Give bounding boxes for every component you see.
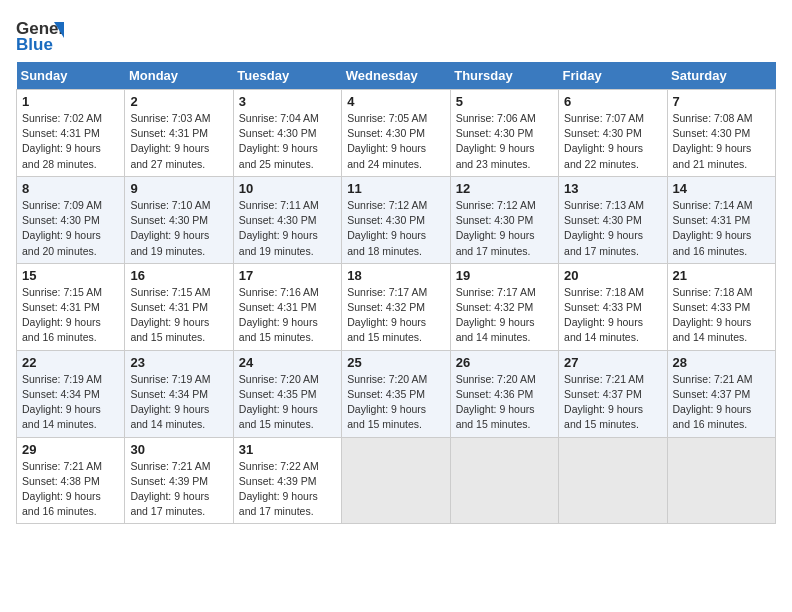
calendar-cell: 13Sunrise: 7:13 AMSunset: 4:30 PMDayligh… bbox=[559, 176, 667, 263]
calendar-cell: 12Sunrise: 7:12 AMSunset: 4:30 PMDayligh… bbox=[450, 176, 558, 263]
day-detail: Sunrise: 7:05 AMSunset: 4:30 PMDaylight:… bbox=[347, 111, 444, 172]
calendar-cell: 10Sunrise: 7:11 AMSunset: 4:30 PMDayligh… bbox=[233, 176, 341, 263]
calendar-cell: 25Sunrise: 7:20 AMSunset: 4:35 PMDayligh… bbox=[342, 350, 450, 437]
day-number: 19 bbox=[456, 268, 553, 283]
calendar-cell: 2Sunrise: 7:03 AMSunset: 4:31 PMDaylight… bbox=[125, 90, 233, 177]
calendar-cell: 9Sunrise: 7:10 AMSunset: 4:30 PMDaylight… bbox=[125, 176, 233, 263]
day-number: 23 bbox=[130, 355, 227, 370]
day-detail: Sunrise: 7:19 AMSunset: 4:34 PMDaylight:… bbox=[22, 372, 119, 433]
day-detail: Sunrise: 7:19 AMSunset: 4:34 PMDaylight:… bbox=[130, 372, 227, 433]
day-detail: Sunrise: 7:04 AMSunset: 4:30 PMDaylight:… bbox=[239, 111, 336, 172]
column-header-sunday: Sunday bbox=[17, 62, 125, 90]
calendar-cell: 8Sunrise: 7:09 AMSunset: 4:30 PMDaylight… bbox=[17, 176, 125, 263]
calendar-cell: 27Sunrise: 7:21 AMSunset: 4:37 PMDayligh… bbox=[559, 350, 667, 437]
calendar-cell: 16Sunrise: 7:15 AMSunset: 4:31 PMDayligh… bbox=[125, 263, 233, 350]
day-detail: Sunrise: 7:10 AMSunset: 4:30 PMDaylight:… bbox=[130, 198, 227, 259]
day-detail: Sunrise: 7:15 AMSunset: 4:31 PMDaylight:… bbox=[22, 285, 119, 346]
day-number: 17 bbox=[239, 268, 336, 283]
day-number: 30 bbox=[130, 442, 227, 457]
day-detail: Sunrise: 7:15 AMSunset: 4:31 PMDaylight:… bbox=[130, 285, 227, 346]
calendar-cell: 29Sunrise: 7:21 AMSunset: 4:38 PMDayligh… bbox=[17, 437, 125, 524]
calendar-cell: 15Sunrise: 7:15 AMSunset: 4:31 PMDayligh… bbox=[17, 263, 125, 350]
day-number: 6 bbox=[564, 94, 661, 109]
day-number: 14 bbox=[673, 181, 770, 196]
day-detail: Sunrise: 7:06 AMSunset: 4:30 PMDaylight:… bbox=[456, 111, 553, 172]
day-detail: Sunrise: 7:11 AMSunset: 4:30 PMDaylight:… bbox=[239, 198, 336, 259]
calendar-week-1: 1Sunrise: 7:02 AMSunset: 4:31 PMDaylight… bbox=[17, 90, 776, 177]
calendar-cell: 23Sunrise: 7:19 AMSunset: 4:34 PMDayligh… bbox=[125, 350, 233, 437]
day-detail: Sunrise: 7:13 AMSunset: 4:30 PMDaylight:… bbox=[564, 198, 661, 259]
day-number: 8 bbox=[22, 181, 119, 196]
day-number: 11 bbox=[347, 181, 444, 196]
day-detail: Sunrise: 7:17 AMSunset: 4:32 PMDaylight:… bbox=[347, 285, 444, 346]
calendar-cell: 14Sunrise: 7:14 AMSunset: 4:31 PMDayligh… bbox=[667, 176, 775, 263]
calendar-cell: 26Sunrise: 7:20 AMSunset: 4:36 PMDayligh… bbox=[450, 350, 558, 437]
calendar-week-5: 29Sunrise: 7:21 AMSunset: 4:38 PMDayligh… bbox=[17, 437, 776, 524]
calendar-cell: 21Sunrise: 7:18 AMSunset: 4:33 PMDayligh… bbox=[667, 263, 775, 350]
calendar-cell: 3Sunrise: 7:04 AMSunset: 4:30 PMDaylight… bbox=[233, 90, 341, 177]
day-number: 3 bbox=[239, 94, 336, 109]
day-number: 2 bbox=[130, 94, 227, 109]
calendar-week-4: 22Sunrise: 7:19 AMSunset: 4:34 PMDayligh… bbox=[17, 350, 776, 437]
day-detail: Sunrise: 7:18 AMSunset: 4:33 PMDaylight:… bbox=[564, 285, 661, 346]
day-detail: Sunrise: 7:21 AMSunset: 4:39 PMDaylight:… bbox=[130, 459, 227, 520]
day-number: 1 bbox=[22, 94, 119, 109]
day-detail: Sunrise: 7:12 AMSunset: 4:30 PMDaylight:… bbox=[347, 198, 444, 259]
column-header-thursday: Thursday bbox=[450, 62, 558, 90]
day-detail: Sunrise: 7:08 AMSunset: 4:30 PMDaylight:… bbox=[673, 111, 770, 172]
day-detail: Sunrise: 7:09 AMSunset: 4:30 PMDaylight:… bbox=[22, 198, 119, 259]
calendar-cell bbox=[450, 437, 558, 524]
svg-text:Blue: Blue bbox=[16, 35, 53, 54]
day-detail: Sunrise: 7:17 AMSunset: 4:32 PMDaylight:… bbox=[456, 285, 553, 346]
day-number: 31 bbox=[239, 442, 336, 457]
day-number: 24 bbox=[239, 355, 336, 370]
day-number: 10 bbox=[239, 181, 336, 196]
calendar-cell: 22Sunrise: 7:19 AMSunset: 4:34 PMDayligh… bbox=[17, 350, 125, 437]
logo-icon: General Blue bbox=[16, 16, 64, 54]
day-detail: Sunrise: 7:21 AMSunset: 4:37 PMDaylight:… bbox=[673, 372, 770, 433]
calendar-table: SundayMondayTuesdayWednesdayThursdayFrid… bbox=[16, 62, 776, 524]
day-number: 18 bbox=[347, 268, 444, 283]
calendar-header-row: SundayMondayTuesdayWednesdayThursdayFrid… bbox=[17, 62, 776, 90]
calendar-cell bbox=[342, 437, 450, 524]
day-number: 28 bbox=[673, 355, 770, 370]
day-number: 15 bbox=[22, 268, 119, 283]
column-header-monday: Monday bbox=[125, 62, 233, 90]
calendar-cell bbox=[667, 437, 775, 524]
calendar-cell: 4Sunrise: 7:05 AMSunset: 4:30 PMDaylight… bbox=[342, 90, 450, 177]
day-number: 7 bbox=[673, 94, 770, 109]
calendar-cell: 19Sunrise: 7:17 AMSunset: 4:32 PMDayligh… bbox=[450, 263, 558, 350]
column-header-wednesday: Wednesday bbox=[342, 62, 450, 90]
day-detail: Sunrise: 7:20 AMSunset: 4:35 PMDaylight:… bbox=[347, 372, 444, 433]
day-detail: Sunrise: 7:18 AMSunset: 4:33 PMDaylight:… bbox=[673, 285, 770, 346]
day-detail: Sunrise: 7:07 AMSunset: 4:30 PMDaylight:… bbox=[564, 111, 661, 172]
day-detail: Sunrise: 7:16 AMSunset: 4:31 PMDaylight:… bbox=[239, 285, 336, 346]
calendar-cell bbox=[559, 437, 667, 524]
column-header-tuesday: Tuesday bbox=[233, 62, 341, 90]
day-number: 13 bbox=[564, 181, 661, 196]
day-detail: Sunrise: 7:22 AMSunset: 4:39 PMDaylight:… bbox=[239, 459, 336, 520]
calendar-cell: 11Sunrise: 7:12 AMSunset: 4:30 PMDayligh… bbox=[342, 176, 450, 263]
calendar-cell: 20Sunrise: 7:18 AMSunset: 4:33 PMDayligh… bbox=[559, 263, 667, 350]
day-number: 20 bbox=[564, 268, 661, 283]
logo: General Blue bbox=[16, 16, 66, 54]
day-number: 16 bbox=[130, 268, 227, 283]
calendar-cell: 30Sunrise: 7:21 AMSunset: 4:39 PMDayligh… bbox=[125, 437, 233, 524]
calendar-cell: 5Sunrise: 7:06 AMSunset: 4:30 PMDaylight… bbox=[450, 90, 558, 177]
day-number: 5 bbox=[456, 94, 553, 109]
day-number: 4 bbox=[347, 94, 444, 109]
calendar-cell: 6Sunrise: 7:07 AMSunset: 4:30 PMDaylight… bbox=[559, 90, 667, 177]
day-number: 26 bbox=[456, 355, 553, 370]
day-number: 27 bbox=[564, 355, 661, 370]
day-number: 29 bbox=[22, 442, 119, 457]
day-number: 12 bbox=[456, 181, 553, 196]
calendar-cell: 28Sunrise: 7:21 AMSunset: 4:37 PMDayligh… bbox=[667, 350, 775, 437]
calendar-week-3: 15Sunrise: 7:15 AMSunset: 4:31 PMDayligh… bbox=[17, 263, 776, 350]
calendar-cell: 31Sunrise: 7:22 AMSunset: 4:39 PMDayligh… bbox=[233, 437, 341, 524]
day-number: 22 bbox=[22, 355, 119, 370]
calendar-cell: 17Sunrise: 7:16 AMSunset: 4:31 PMDayligh… bbox=[233, 263, 341, 350]
calendar-week-2: 8Sunrise: 7:09 AMSunset: 4:30 PMDaylight… bbox=[17, 176, 776, 263]
day-number: 25 bbox=[347, 355, 444, 370]
column-header-friday: Friday bbox=[559, 62, 667, 90]
calendar-cell: 1Sunrise: 7:02 AMSunset: 4:31 PMDaylight… bbox=[17, 90, 125, 177]
